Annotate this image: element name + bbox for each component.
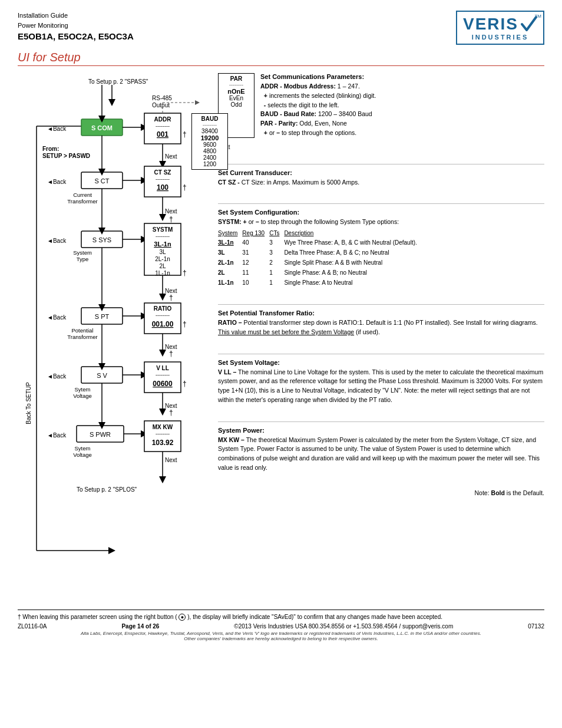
- logo-industries-text: INDUSTRIES: [472, 34, 529, 41]
- svg-text:Sytem: Sytem: [75, 445, 91, 452]
- baud-par-row: PAR -------- nOnE EvEn Odd Set Communica…: [218, 73, 544, 138]
- svg-text:Sytem: Sytem: [75, 386, 91, 393]
- svg-text:SETUP > PASWD: SETUP > PASWD: [42, 153, 90, 159]
- footer-note: † When leaving this parameter screen usi…: [18, 610, 544, 641]
- divider-5: [218, 421, 544, 422]
- ct-title: Set Current Transducer:: [218, 169, 544, 176]
- main-content: To Setup p. 2 "SPASS" Back To S: [18, 73, 544, 604]
- svg-text:001: 001: [157, 130, 168, 139]
- sys-voltage-body: V LL – The nominal Line to Line Voltage …: [218, 368, 544, 405]
- ct-body: CT SZ - CT Size: in Amps. Maximum is 500…: [218, 178, 544, 187]
- svg-text:3L-1n: 3L-1n: [154, 241, 171, 248]
- svg-text:S SYS: S SYS: [92, 236, 111, 243]
- divider-3: [218, 304, 544, 305]
- page-header: Installation Guide Power Monitoring E5OB…: [18, 11, 544, 45]
- divider-2: [218, 203, 544, 204]
- logo-container: TM VERIS INDUSTRIES: [456, 11, 544, 45]
- svg-text:--------: --------: [156, 431, 170, 437]
- svg-text:ADDR: ADDR: [154, 116, 172, 123]
- sys-config-title: Set System Configuration:: [218, 209, 544, 216]
- par-title: PAR: [220, 75, 253, 82]
- svg-text:To Setup p. 2 "SPLOS": To Setup p. 2 "SPLOS": [77, 486, 137, 493]
- svg-text:Next: Next: [165, 208, 177, 215]
- ct-info-section: Set Current Transducer: CT SZ - CT Size:…: [218, 169, 544, 196]
- divider-4: [218, 354, 544, 354]
- part-number: 07132: [528, 623, 544, 630]
- svg-text:Current: Current: [73, 192, 92, 198]
- svg-text:2L-1n: 2L-1n: [155, 256, 170, 262]
- back-to-setup-label: Back To SETUP: [25, 382, 32, 424]
- system-table: System Reg 130 CTs Description 3L-1n 40 …: [218, 229, 422, 288]
- svg-text:S PT: S PT: [95, 313, 110, 320]
- page-number: Page 14 of 26: [121, 623, 159, 630]
- doc-number: ZL0116-0A: [18, 623, 47, 630]
- logo-veris-text: VERIS: [463, 16, 518, 32]
- svg-text:S COM: S COM: [91, 124, 113, 131]
- svg-text:◄Back: ◄Back: [47, 179, 67, 185]
- header-left: Installation Guide Power Monitoring E5OB…: [18, 11, 134, 44]
- svg-text:00600: 00600: [153, 380, 173, 388]
- svg-text:MX KW: MX KW: [153, 424, 173, 430]
- guide-type: Installation Guide: [18, 11, 134, 21]
- sys-power-body: MX KW – The theoretical Maximum System P…: [218, 436, 544, 473]
- svg-text:◄Back: ◄Back: [47, 238, 67, 244]
- svg-text:†: †: [169, 215, 173, 223]
- svg-text:CT SZ: CT SZ: [154, 169, 171, 176]
- footer-dagger-text: † When leaving this parameter screen usi…: [18, 614, 544, 621]
- svg-text:Next: Next: [165, 153, 177, 160]
- svg-text:◄Back: ◄Back: [47, 432, 67, 439]
- svg-text:†: †: [183, 269, 187, 277]
- footer-bar: ZL0116-0A Page 14 of 26 ©2013 Veris Indu…: [18, 623, 544, 630]
- trademark-symbol: TM: [534, 14, 541, 19]
- svg-text:SYSTM: SYSTM: [153, 226, 173, 233]
- svg-text:V LL: V LL: [156, 365, 169, 371]
- text-area: PAR -------- nOnE EvEn Odd Set Communica…: [206, 73, 544, 604]
- svg-text:100: 100: [157, 183, 168, 192]
- section-title: UI for Setup: [18, 51, 544, 66]
- svg-text:†: †: [183, 380, 187, 388]
- diagram-svg: To Setup p. 2 "SPASS" Back To S: [18, 73, 206, 604]
- svg-text:2L: 2L: [159, 263, 166, 269]
- svg-text:†: †: [183, 320, 187, 328]
- svg-text:Voltage: Voltage: [73, 452, 92, 458]
- sys-voltage-title: Set System Voltage:: [218, 359, 544, 366]
- to-setup-spass-label: To Setup p. 2 "SPASS": [88, 78, 148, 85]
- svg-text:--------: --------: [156, 233, 170, 239]
- svg-text:Output: Output: [152, 102, 170, 108]
- svg-text:◄Back: ◄Back: [47, 314, 67, 321]
- svg-text:RS-485: RS-485: [152, 95, 172, 101]
- sys-voltage-section: Set System Voltage: V LL – The nominal L…: [218, 359, 544, 413]
- comm-params-title: Set Communications Parameters:: [260, 73, 544, 80]
- svg-text:001.00: 001.00: [152, 320, 174, 328]
- sys-power-title: System Power:: [218, 427, 544, 434]
- footer-trademark: Alta Labs, Enercept, Enspector, Hawkeye,…: [18, 631, 544, 641]
- svg-text:103.92: 103.92: [152, 439, 174, 447]
- trademark-line2: Other companies' trademarks are hereby a…: [18, 636, 544, 641]
- svg-text:--------: --------: [156, 312, 170, 318]
- veris-logo: TM VERIS INDUSTRIES: [456, 11, 544, 45]
- sys-power-section: System Power: MX KW – The theoretical Ma…: [218, 427, 544, 481]
- svg-text:--------: --------: [156, 123, 170, 129]
- right-button-icon: ●: [178, 614, 186, 621]
- guide-category: Power Monitoring: [18, 21, 134, 31]
- svg-text:S  V: S V: [97, 372, 107, 379]
- diagram-area: To Setup p. 2 "SPASS" Back To S: [18, 73, 206, 604]
- svg-text:†: †: [169, 409, 173, 417]
- svg-text:†: †: [183, 130, 187, 139]
- svg-text:†: †: [183, 183, 187, 192]
- pt-ratio-section: Set Potential Transfomer Ratio: RATIO – …: [218, 309, 544, 345]
- svg-text:◄Back: ◄Back: [47, 373, 67, 380]
- comm-params-body: ADDR - Modbus Address: 1 – 247. + increm…: [260, 82, 544, 138]
- default-note: Note: Bold is the Default.: [218, 489, 544, 496]
- svg-text:S PWR: S PWR: [90, 431, 111, 438]
- svg-text:S CT: S CT: [94, 177, 109, 185]
- svg-text:Potential: Potential: [72, 327, 94, 334]
- svg-text:Next: Next: [165, 457, 177, 463]
- svg-text:Voltage: Voltage: [73, 393, 92, 399]
- copyright: ©2013 Veris Industries USA 800.354.8556 …: [234, 623, 453, 630]
- svg-text:Type: Type: [77, 256, 89, 262]
- svg-text:System: System: [73, 249, 92, 256]
- svg-text:†: †: [169, 294, 173, 302]
- comm-params-info: Set Communications Parameters: ADDR - Mo…: [260, 73, 544, 138]
- svg-text:Transformer: Transformer: [67, 334, 97, 340]
